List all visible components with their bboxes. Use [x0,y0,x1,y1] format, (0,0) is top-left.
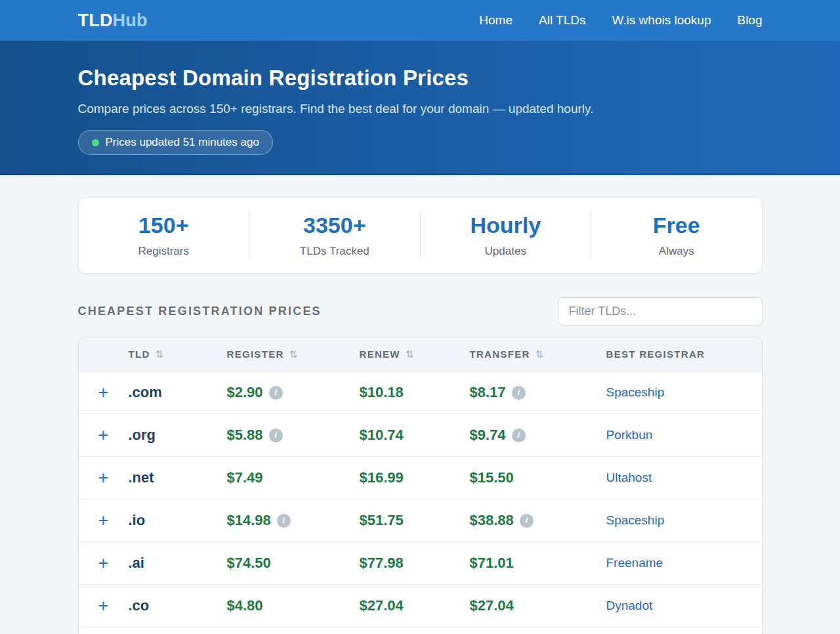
column-label: TRANSFER [470,349,530,360]
renew-price: $27.04 [360,597,404,614]
register-price: $14.98 [227,512,271,529]
prices-updated-badge: Prices updated 51 minutes ago [78,130,273,155]
sort-icon[interactable]: ⇅ [156,349,164,360]
column-label: TLD [129,349,150,360]
transfer-price: $71.01 [470,555,514,572]
main-content: 150+ Registrars 3350+ TLDs Tracked Hourl… [78,197,763,634]
register-info-icon[interactable]: i [277,514,291,528]
transfer-price-cell: $38.88 i [470,512,606,529]
transfer-price-cell: $27.04 [470,597,606,614]
table-row: + .co $4.80 $27.04 $27.04 Dynadot [79,585,762,627]
renew-price-cell: $77.98 [360,555,470,572]
column-label: REGISTER [227,349,284,360]
tld-cell[interactable]: .co [129,597,227,614]
transfer-info-icon[interactable]: i [520,514,534,528]
register-price-cell: $2.90 i [227,384,360,401]
best-registrar-link[interactable]: Spaceship [606,513,665,527]
best-registrar-link[interactable]: Ultahost [606,471,652,484]
renew-price: $10.18 [360,384,404,401]
renew-price-cell: $10.74 [360,427,470,444]
expand-row-button[interactable]: + [98,427,109,444]
transfer-info-icon[interactable]: i [512,429,526,442]
column-header-best-registrar: BEST REGISTRAR [606,349,762,360]
expand-row-button[interactable]: + [98,384,109,402]
renew-price-cell: $16.99 [360,469,470,486]
nav-link-whois-lookup[interactable]: W.is whois lookup [612,13,711,28]
nav-link-all-tlds[interactable]: All TLDs [539,13,585,28]
best-registrar-link[interactable]: Spaceship [606,385,665,399]
sort-icon[interactable]: ⇅ [406,349,414,360]
register-price: $4.80 [227,597,263,614]
register-price: $74.50 [227,555,271,572]
expand-cell: + [79,469,129,487]
tld-cell[interactable]: .net [129,469,227,486]
register-price: $5.88 [227,427,263,444]
renew-price-cell: $27.04 [360,597,470,614]
sort-icon[interactable]: ⇅ [536,349,544,360]
transfer-price-cell: $15.50 [470,469,606,486]
prices-table: TLD ⇅ REGISTER ⇅ RENEW ⇅ TRANSFER ⇅ BEST… [78,337,763,634]
filter-tlds-input[interactable] [558,297,763,326]
partial-next-row [79,627,762,634]
transfer-price: $9.74 [470,427,506,444]
stat-label: Updates [421,245,591,258]
stat-value: 150+ [79,213,249,238]
best-registrar-link[interactable]: Porkbun [606,428,653,442]
sort-icon[interactable]: ⇅ [289,349,298,360]
tld-cell[interactable]: .io [129,512,227,529]
table-row: + .ai $74.50 $77.98 $71.01 Freename [79,542,762,585]
transfer-price-cell: $71.01 [470,555,606,572]
column-header-transfer[interactable]: TRANSFER ⇅ [470,349,606,360]
transfer-price: $8.17 [470,384,506,401]
transfer-price-cell: $9.74 i [470,427,606,444]
stat-registrars: 150+ Registrars [79,213,249,258]
renew-price-cell: $10.18 [360,384,470,401]
tld-cell[interactable]: .com [129,384,227,401]
tld-cell[interactable]: .org [129,427,227,444]
table-row: + .org $5.88 i $10.74 $9.74 i Porkbun [79,414,762,457]
expand-cell: + [79,512,129,530]
column-header-register[interactable]: REGISTER ⇅ [227,349,360,360]
table-row: + .com $2.90 i $10.18 $8.17 i Spaceship [79,371,762,414]
brand-logo[interactable]: TLDHub [78,11,148,31]
stat-label: Always [591,245,762,258]
transfer-info-icon[interactable]: i [512,386,526,400]
expand-cell: + [79,427,129,444]
expand-row-button[interactable]: + [98,469,109,487]
register-info-icon[interactable]: i [269,386,283,400]
section-title: CHEAPEST REGISTRATION PRICES [78,305,322,318]
register-price-cell: $14.98 i [227,512,360,529]
table-body: + .com $2.90 i $10.18 $8.17 i Spaceship … [79,371,762,627]
transfer-price-cell: $8.17 i [470,384,606,401]
nav-link-home[interactable]: Home [479,13,513,28]
register-info-icon[interactable]: i [269,429,283,442]
expand-cell: + [79,597,129,615]
nav-link-blog[interactable]: Blog [737,13,762,28]
column-header-renew[interactable]: RENEW ⇅ [360,349,470,360]
hero-subtitle: Compare prices across 150+ registrars. F… [78,102,763,116]
best-registrar-link[interactable]: Dynadot [606,599,653,612]
register-price-cell: $4.80 [227,597,360,614]
navbar: TLDHub Home All TLDs W.is whois lookup B… [0,0,840,41]
column-header-tld[interactable]: TLD ⇅ [129,349,227,360]
register-price: $2.90 [227,384,263,401]
table-row: + .net $7.49 $16.99 $15.50 Ultahost [79,457,762,499]
table-section-header: CHEAPEST REGISTRATION PRICES [78,297,763,326]
hero-section: Cheapest Domain Registration Prices Comp… [0,41,840,175]
tld-cell[interactable]: .ai [129,555,227,572]
expand-row-button[interactable]: + [98,555,109,572]
transfer-price: $27.04 [470,597,514,614]
brand-part1: TLD [78,11,113,30]
column-label: RENEW [360,349,400,360]
stat-updates: Hourly Updates [420,213,591,258]
register-price-cell: $5.88 i [227,427,360,444]
expand-row-button[interactable]: + [98,597,109,615]
prices-updated-text: Prices updated 51 minutes ago [106,136,259,149]
register-price: $7.49 [227,469,263,486]
expand-row-button[interactable]: + [98,512,109,530]
column-label: BEST REGISTRAR [606,349,705,360]
page-title: Cheapest Domain Registration Prices [78,66,763,91]
stat-value: Hourly [421,213,591,238]
best-registrar-link[interactable]: Freename [606,556,663,570]
stats-card: 150+ Registrars 3350+ TLDs Tracked Hourl… [78,197,763,274]
